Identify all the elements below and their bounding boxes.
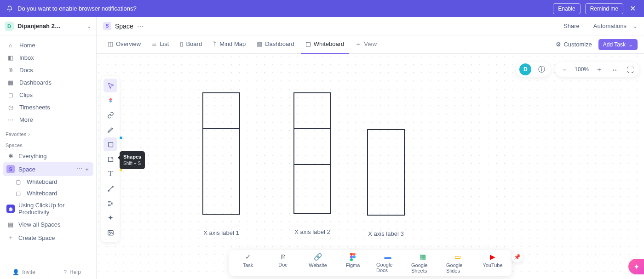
svg-point-10 xyxy=(350,256,353,258)
close-icon[interactable]: ✕ xyxy=(628,4,638,13)
tab-overview[interactable]: ◫ Overview xyxy=(103,35,145,54)
sidebar: D Dipanjenah 2… ⌄ ⌂ Home ◧ Inbox 🗎 Docs … xyxy=(0,17,97,279)
bar-stack-2[interactable]: X axis label 2 xyxy=(293,92,331,235)
chevron-down-icon: ⌄ xyxy=(87,23,92,29)
link-tool[interactable] xyxy=(104,108,117,122)
axis-label-3[interactable]: X axis label 3 xyxy=(367,230,405,237)
figma-icon xyxy=(350,253,356,261)
invite-button[interactable]: 👤 Invite xyxy=(0,265,48,279)
help-button[interactable]: ? Help xyxy=(48,265,96,279)
gear-icon: ⚙ xyxy=(556,41,561,48)
svg-point-4 xyxy=(108,205,109,206)
select-tool[interactable] xyxy=(104,79,117,92)
inbox-icon: ◧ xyxy=(6,54,15,61)
dock-gslides[interactable]: ▭ Google Slides xyxy=(446,253,469,273)
space-menu-icon[interactable]: ⋯ xyxy=(77,165,82,173)
tab-whiteboard[interactable]: ▢ Whiteboard xyxy=(301,35,349,54)
nav-inbox[interactable]: ◧ Inbox xyxy=(3,51,93,64)
chevron-down-icon[interactable]: ⌄ xyxy=(633,23,638,29)
tab-mindmap[interactable]: ᛘ Mind Map xyxy=(208,35,250,54)
share-button[interactable]: Share xyxy=(559,20,584,32)
zoom-out-icon[interactable]: − xyxy=(559,64,570,75)
svg-point-9 xyxy=(353,253,356,256)
nav-clips[interactable]: ◻ Clips xyxy=(3,89,93,101)
shapes-tool[interactable] xyxy=(104,137,117,151)
space-everything[interactable]: ✱ Everything xyxy=(3,150,93,162)
space-space[interactable]: S Space ⋯ ＋ xyxy=(3,162,93,176)
text-tool[interactable]: T xyxy=(104,167,117,181)
remind-me-button[interactable]: Remind me xyxy=(585,3,623,14)
nav-more[interactable]: ⋯ More xyxy=(3,114,93,126)
presence-avatar[interactable]: D xyxy=(519,63,531,75)
dock-gdocs[interactable]: ▬ Google Docs xyxy=(376,253,399,273)
view-tabs: ◫ Overview ≣ List ▯ Board ᛘ Mind Map ▦ D… xyxy=(97,35,644,54)
info-icon[interactable]: ⓘ xyxy=(536,64,547,75)
space-using-clickup[interactable]: ◉ Using ClickUp for Productivity xyxy=(3,199,93,218)
clickup-tool[interactable] xyxy=(104,93,117,107)
fit-width-icon[interactable]: ↔ xyxy=(609,64,620,75)
insert-dock: ✓ Task 🗎 Doc 🔗 Website Figma xyxy=(229,250,512,276)
tab-list[interactable]: ≣ List xyxy=(147,35,173,54)
rect[interactable] xyxy=(202,128,240,215)
add-view[interactable]: ＋ View xyxy=(351,35,381,54)
automations-button[interactable]: Automations xyxy=(589,20,631,32)
rect[interactable] xyxy=(293,164,331,214)
space-badge: ◉ xyxy=(6,205,15,213)
dock-website[interactable]: 🔗 Website xyxy=(306,253,329,273)
dock-gsheets[interactable]: ▦ Google Sheets xyxy=(411,253,434,273)
rect[interactable] xyxy=(293,92,331,129)
nav-timesheets[interactable]: ◷ Timesheets xyxy=(3,101,93,114)
space-add-icon[interactable]: ＋ xyxy=(84,165,90,173)
zoom-value[interactable]: 100% xyxy=(575,66,589,73)
breadcrumb-space[interactable]: Space xyxy=(115,23,133,30)
shapes-tooltip: Shapes Shift + S xyxy=(120,151,145,169)
axis-label-2[interactable]: X axis label 2 xyxy=(293,228,331,235)
nav-docs[interactable]: 🗎 Docs xyxy=(3,64,93,76)
pin-dock-icon[interactable]: 📌 xyxy=(512,251,523,262)
space-child-whiteboard-1[interactable]: ▢ Whiteboard xyxy=(3,176,93,188)
rect[interactable] xyxy=(367,129,405,216)
tab-dashboard[interactable]: ▦ Dashboard xyxy=(252,35,299,54)
spaces-section-label: Spaces xyxy=(0,139,96,150)
ai-tool[interactable]: ✦ xyxy=(104,211,117,225)
svg-point-12 xyxy=(350,258,353,261)
enable-button[interactable]: Enable xyxy=(553,3,580,14)
graph-tool[interactable] xyxy=(104,196,117,210)
overview-icon: ◫ xyxy=(108,40,113,47)
sticky-tool[interactable] xyxy=(104,152,117,166)
axis-label-1[interactable]: X axis label 1 xyxy=(202,229,240,236)
nav-dashboards[interactable]: ▦ Dashboards xyxy=(3,76,93,89)
whiteboard-tool-panel: T ✦ xyxy=(101,76,120,242)
dock-task[interactable]: ✓ Task xyxy=(236,253,259,273)
home-icon: ⌂ xyxy=(6,42,15,49)
connector-tool[interactable] xyxy=(104,182,117,195)
zoom-in-icon[interactable]: ＋ xyxy=(593,64,604,75)
plus-icon: ＋ xyxy=(355,40,361,48)
fullscreen-icon[interactable]: ⛶ xyxy=(625,64,636,75)
rect[interactable] xyxy=(202,92,240,129)
dock-youtube[interactable]: ▶ YouTube xyxy=(481,253,504,273)
svg-point-3 xyxy=(108,201,109,202)
dock-figma[interactable]: Figma xyxy=(341,253,364,273)
tab-board[interactable]: ▯ Board xyxy=(175,35,207,54)
create-space[interactable]: ＋ Create Space xyxy=(3,231,93,245)
ai-fab[interactable]: ✦ xyxy=(628,259,644,274)
favorites-section-label[interactable]: Favorites › xyxy=(0,128,96,139)
nav-home[interactable]: ⌂ Home xyxy=(3,39,93,51)
space-child-whiteboard-2[interactable]: ▢ Whiteboard xyxy=(3,188,93,199)
add-task-button[interactable]: Add Task ⌄ xyxy=(598,39,638,50)
whiteboard-canvas[interactable]: T ✦ Shapes Shift + S xyxy=(97,54,644,279)
dock-doc[interactable]: 🗎 Doc xyxy=(271,253,294,273)
breadcrumb-menu-icon[interactable]: ⋯ xyxy=(137,23,144,30)
customize-button[interactable]: ⚙ Customize xyxy=(551,41,596,48)
bar-stack-1[interactable]: X axis label 1 xyxy=(202,92,240,236)
pen-tool[interactable] xyxy=(104,123,117,137)
list-icon: ≣ xyxy=(152,40,157,47)
board-icon: ▯ xyxy=(180,40,183,47)
image-tool[interactable] xyxy=(104,226,117,239)
view-all-spaces[interactable]: ▤ View all Spaces xyxy=(3,218,93,231)
bar-stack-3[interactable]: X axis label 3 xyxy=(367,129,405,237)
workspace-switcher[interactable]: D Dipanjenah 2… ⌄ xyxy=(0,17,96,35)
color-dot-yellow xyxy=(120,169,122,171)
rect[interactable] xyxy=(293,128,331,165)
